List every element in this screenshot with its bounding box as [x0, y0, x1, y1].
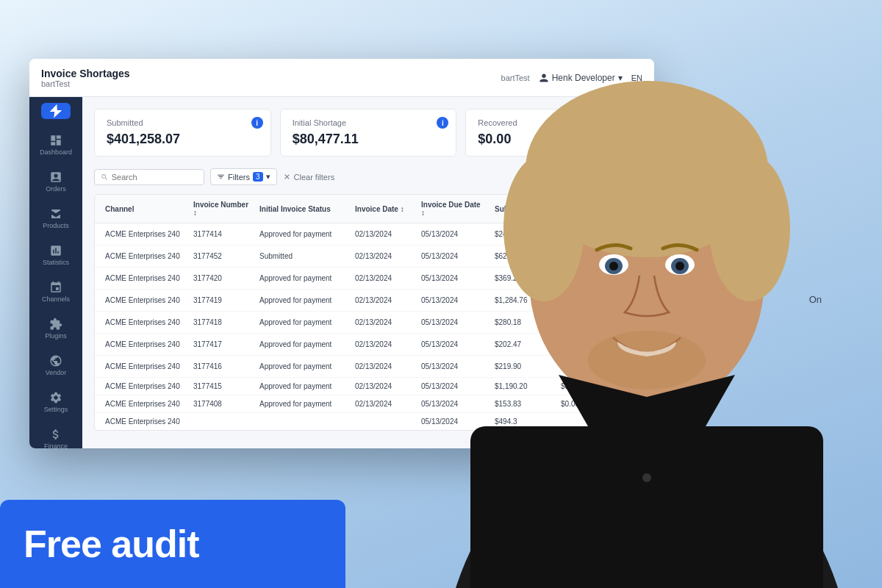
svg-rect-13 — [470, 426, 823, 588]
table-cell: 3177420 — [189, 268, 255, 289]
table-cell: 3177408 — [189, 395, 255, 412]
table-cell: ACME Enterprises 240 — [101, 356, 189, 377]
table-cell: Approved for payment — [255, 356, 351, 377]
table-cell: ACME Enterprises 240 — [101, 378, 189, 395]
sidebar: Dashboard Orders Products Statistics Cha… — [29, 97, 82, 448]
table-cell: Approved for payment — [255, 312, 351, 333]
filter-icon — [217, 173, 225, 181]
table-cell: ACME Enterprises 240 — [101, 312, 189, 333]
table-cell: 3177416 — [189, 356, 255, 377]
table-cell: 3177415 — [189, 378, 255, 395]
logo-icon — [48, 103, 64, 119]
settings-icon — [49, 391, 62, 404]
table-cell: 3177414 — [189, 223, 255, 245]
products-icon — [49, 207, 62, 220]
app-logo[interactable] — [41, 103, 71, 119]
clear-filters-button[interactable]: Clear filters — [283, 173, 335, 182]
table-cell: Approved for payment — [255, 334, 351, 355]
svg-point-5 — [709, 154, 790, 301]
table-cell: ACME Enterprises 240 — [101, 223, 189, 245]
svg-point-4 — [503, 154, 584, 301]
table-cell: ACME Enterprises 240 — [101, 245, 189, 267]
stat-card-submitted: i Submitted $401,258.07 — [94, 109, 271, 157]
stat-value-submitted: $401,258.07 — [107, 132, 259, 147]
col-header-invoice: Invoice Number ↕ — [189, 195, 255, 223]
sidebar-item-settings[interactable]: Settings — [32, 385, 79, 419]
statistics-icon — [49, 244, 62, 257]
person-silhouette — [397, 22, 882, 588]
channels-icon — [49, 281, 62, 294]
svg-point-12 — [588, 331, 706, 390]
free-audit-text: Free audit — [24, 522, 199, 566]
sidebar-item-channels[interactable]: Channels — [32, 275, 79, 309]
table-cell: Approved for payment — [255, 268, 351, 289]
free-audit-banner[interactable]: Free audit — [0, 500, 345, 588]
table-cell: Approved for payment — [255, 223, 351, 245]
svg-point-14 — [642, 473, 651, 482]
table-cell: Approved for payment — [255, 378, 351, 395]
vendor-icon — [49, 354, 62, 368]
clear-icon — [283, 173, 291, 181]
table-cell: Submitted — [255, 245, 351, 267]
table-cell: 3177452 — [189, 245, 255, 267]
col-header-channel: Channel — [101, 195, 189, 223]
on-label: On — [809, 294, 822, 305]
sidebar-item-plugins[interactable]: Plugins — [32, 312, 79, 345]
svg-point-11 — [675, 262, 684, 270]
search-icon — [101, 173, 109, 182]
filters-button[interactable]: Filters 3 ▾ — [210, 168, 277, 185]
svg-point-10 — [609, 262, 618, 270]
table-cell: 3177418 — [189, 312, 255, 333]
dashboard-icon — [49, 134, 62, 147]
finance-icon — [49, 428, 62, 441]
stat-label-submitted: Submitted — [107, 118, 259, 127]
table-cell: ACME Enterprises 240 — [101, 290, 189, 311]
table-cell: ACME Enterprises 240 — [101, 395, 189, 412]
col-header-status: Initial Invoice Status — [255, 195, 351, 223]
sidebar-item-dashboard[interactable]: Dashboard — [32, 128, 79, 162]
person-photo — [397, 22, 882, 588]
table-cell: ACME Enterprises 240 — [101, 268, 189, 289]
table-cell: 3177419 — [189, 290, 255, 311]
table-cell: Approved for payment — [255, 290, 351, 311]
sidebar-item-statistics[interactable]: Statistics — [32, 238, 79, 272]
search-input[interactable] — [112, 173, 198, 182]
table-cell: ACME Enterprises 240 — [101, 413, 189, 430]
search-box[interactable] — [94, 169, 204, 185]
table-cell — [255, 413, 351, 430]
sidebar-item-products[interactable]: Products — [32, 201, 79, 235]
table-cell: 3177417 — [189, 334, 255, 355]
sidebar-item-finance[interactable]: Finance — [32, 422, 79, 448]
table-cell — [189, 413, 255, 430]
sidebar-item-vendor[interactable]: Vendor — [32, 348, 79, 382]
table-cell: Approved for payment — [255, 395, 351, 412]
orders-icon — [49, 171, 62, 184]
info-icon-submitted[interactable]: i — [251, 117, 263, 129]
sidebar-item-orders[interactable]: Orders — [32, 165, 79, 198]
table-cell: ACME Enterprises 240 — [101, 334, 189, 355]
plugins-icon — [49, 318, 62, 331]
